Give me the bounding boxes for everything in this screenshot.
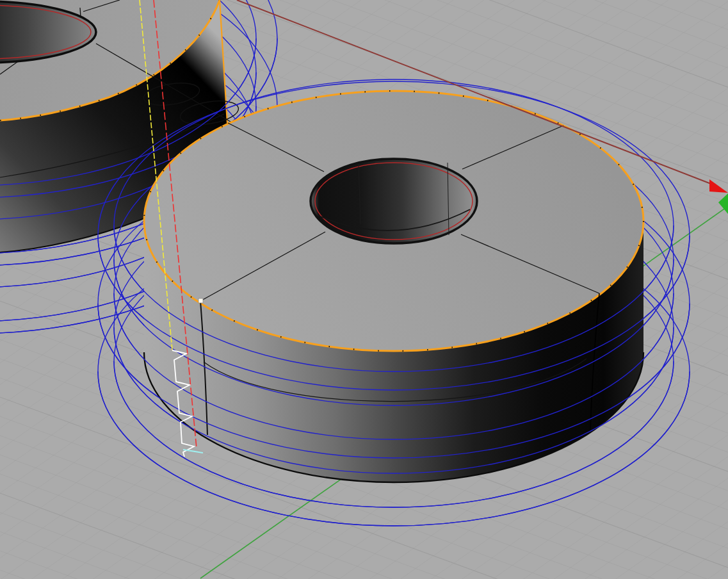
viewport-3d[interactable] xyxy=(0,0,728,579)
disc-main[interactable] xyxy=(144,91,643,482)
control-point-marker[interactable] xyxy=(198,298,203,303)
scene-canvas[interactable] xyxy=(0,0,728,579)
